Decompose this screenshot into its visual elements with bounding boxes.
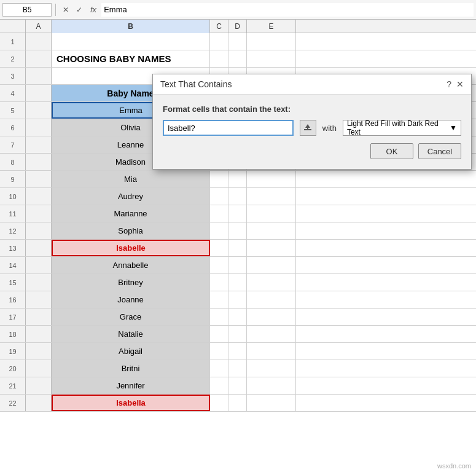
cell-b[interactable]: Annabelle: [52, 257, 210, 273]
text-contains-input[interactable]: [163, 120, 294, 136]
col-header-a[interactable]: A: [26, 20, 52, 33]
cell-b[interactable]: Isabelle: [52, 240, 210, 256]
cell-a[interactable]: [26, 171, 52, 187]
cell-a[interactable]: [26, 50, 52, 67]
cell-d[interactable]: [228, 291, 247, 308]
cell-d[interactable]: [228, 326, 247, 342]
cell-d[interactable]: [228, 240, 247, 256]
cell-b[interactable]: Joanne: [52, 291, 210, 308]
cell-d[interactable]: [228, 257, 247, 273]
dialog-upload-button[interactable]: [300, 120, 316, 136]
col-header-d[interactable]: D: [228, 20, 247, 33]
cell-d[interactable]: [228, 33, 247, 50]
cell-e[interactable]: [247, 188, 296, 205]
cell-e[interactable]: [247, 257, 296, 273]
cell-c[interactable]: [210, 33, 228, 50]
cell-c[interactable]: [210, 291, 228, 308]
dialog-close-icon[interactable]: ✕: [456, 79, 464, 89]
cell-c[interactable]: [210, 205, 228, 222]
cell-d[interactable]: [228, 395, 247, 411]
cell-e[interactable]: [247, 222, 296, 239]
cell-b[interactable]: Abigail: [52, 343, 210, 360]
cell-a[interactable]: [26, 68, 52, 84]
cancel-icon[interactable]: ✕: [60, 4, 72, 16]
cell-a[interactable]: [26, 154, 52, 170]
cell-a[interactable]: [26, 188, 52, 205]
cell-a[interactable]: [26, 274, 52, 291]
cell-d[interactable]: [228, 360, 247, 377]
cell-c[interactable]: [210, 50, 228, 67]
cell-a[interactable]: [26, 33, 52, 50]
cell-a[interactable]: [26, 360, 52, 377]
cell-a[interactable]: [26, 377, 52, 394]
cell-a[interactable]: [26, 136, 52, 153]
cell-a[interactable]: [26, 395, 52, 411]
cell-a[interactable]: [26, 326, 52, 342]
text-contains-dialog[interactable]: Text That Contains ? ✕ Format cells that…: [152, 74, 472, 170]
cell-e[interactable]: [247, 274, 296, 291]
cell-a[interactable]: [26, 291, 52, 308]
cell-c[interactable]: [210, 377, 228, 394]
cancel-button[interactable]: Cancel: [418, 143, 461, 159]
cell-e[interactable]: [247, 395, 296, 411]
cell-a[interactable]: [26, 257, 52, 273]
formula-input[interactable]: [101, 3, 474, 17]
confirm-icon[interactable]: ✓: [73, 4, 85, 16]
cell-e[interactable]: [247, 343, 296, 360]
cell-a[interactable]: [26, 205, 52, 222]
cell-b[interactable]: CHOOSING BABY NAMES: [52, 50, 210, 67]
cell-c[interactable]: [210, 274, 228, 291]
cell-b[interactable]: Britni: [52, 360, 210, 377]
cell-c[interactable]: [210, 240, 228, 256]
cell-c[interactable]: [210, 326, 228, 342]
cell-d[interactable]: [228, 343, 247, 360]
cell-e[interactable]: [247, 50, 296, 67]
cell-d[interactable]: [228, 188, 247, 205]
cell-d[interactable]: [228, 171, 247, 187]
cell-c[interactable]: [210, 222, 228, 239]
cell-e[interactable]: [247, 171, 296, 187]
cell-b[interactable]: Britney: [52, 274, 210, 291]
cell-a[interactable]: [26, 343, 52, 360]
cell-e[interactable]: [247, 205, 296, 222]
col-header-b[interactable]: B: [52, 20, 210, 33]
cell-reference-box[interactable]: B5: [2, 3, 52, 17]
cell-e[interactable]: [247, 360, 296, 377]
cell-d[interactable]: [228, 205, 247, 222]
col-header-e[interactable]: E: [247, 20, 296, 33]
cell-b[interactable]: [52, 33, 210, 50]
cell-c[interactable]: [210, 257, 228, 273]
cell-a[interactable]: [26, 309, 52, 325]
cell-d[interactable]: [228, 377, 247, 394]
cell-a[interactable]: [26, 240, 52, 256]
cell-b[interactable]: Sophia: [52, 222, 210, 239]
cell-a[interactable]: [26, 222, 52, 239]
cell-e[interactable]: [247, 240, 296, 256]
cell-b[interactable]: Jennifer: [52, 377, 210, 394]
cell-c[interactable]: [210, 309, 228, 325]
cell-b[interactable]: Natalie: [52, 326, 210, 342]
cell-e[interactable]: [247, 309, 296, 325]
cell-d[interactable]: [228, 222, 247, 239]
cell-c[interactable]: [210, 188, 228, 205]
cell-d[interactable]: [228, 274, 247, 291]
cell-b[interactable]: Grace: [52, 309, 210, 325]
cell-e[interactable]: [247, 326, 296, 342]
cell-b[interactable]: Audrey: [52, 188, 210, 205]
cell-b[interactable]: Mia: [52, 171, 210, 187]
format-select[interactable]: Light Red Fill with Dark Red Text ▼: [343, 120, 461, 136]
cell-b[interactable]: Isabella: [52, 395, 210, 411]
cell-d[interactable]: [228, 309, 247, 325]
col-header-c[interactable]: C: [210, 20, 228, 33]
cell-e[interactable]: [247, 33, 296, 50]
cell-c[interactable]: [210, 395, 228, 411]
cell-c[interactable]: [210, 171, 228, 187]
cell-e[interactable]: [247, 291, 296, 308]
cell-e[interactable]: [247, 377, 296, 394]
cell-a[interactable]: [26, 85, 52, 101]
cell-a[interactable]: [26, 102, 52, 119]
ok-button[interactable]: OK: [370, 143, 413, 159]
dialog-help-icon[interactable]: ?: [447, 79, 451, 89]
cell-c[interactable]: [210, 343, 228, 360]
cell-a[interactable]: [26, 119, 52, 136]
